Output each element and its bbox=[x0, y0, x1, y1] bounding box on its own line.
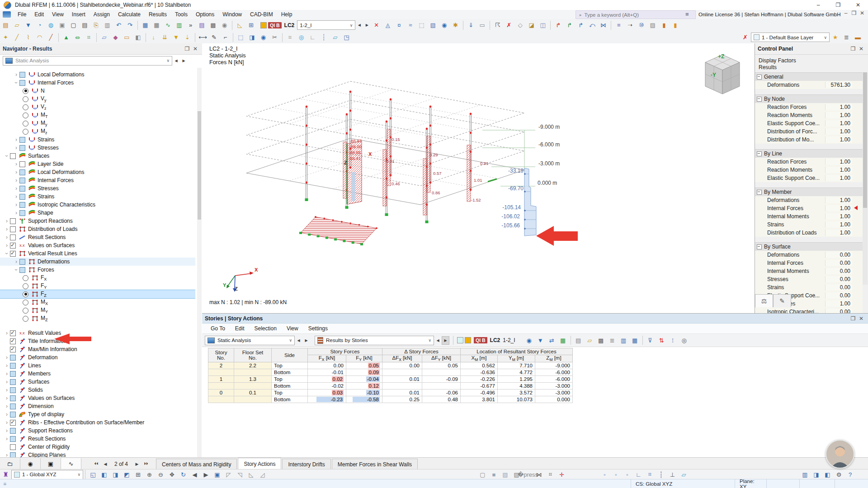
printout-report-button[interactable]: ▤ bbox=[198, 21, 206, 29]
zoom-in-button[interactable]: ⊕ bbox=[145, 470, 154, 479]
cell-story-no[interactable]: 2 bbox=[208, 362, 234, 369]
first-table-button[interactable]: ⏴⏴ bbox=[92, 461, 101, 466]
load-free-button[interactable]: ⇣ bbox=[183, 33, 192, 42]
cell-value[interactable]: -0.226 bbox=[461, 376, 498, 383]
column-button[interactable]: ▮ bbox=[671, 21, 679, 29]
tree-item-distribution-of-loads[interactable]: ›Distribution of Loads bbox=[0, 225, 195, 233]
snap-end-button[interactable]: ◦ bbox=[623, 470, 632, 479]
arc-tool-button[interactable]: ◠ bbox=[35, 33, 44, 42]
maximize-button[interactable]: ❐ bbox=[828, 0, 848, 10]
checkbox-support-reactions[interactable] bbox=[10, 218, 16, 224]
cell-floor-set-no[interactable] bbox=[234, 396, 272, 403]
expander-icon[interactable]: › bbox=[4, 436, 10, 442]
stories-menu-view[interactable]: View bbox=[282, 325, 303, 332]
tree-item-result-values[interactable]: ›x.xResult Values bbox=[0, 329, 195, 337]
menu-file[interactable]: File bbox=[14, 10, 30, 19]
section-box-button[interactable]: ◫ bbox=[538, 21, 547, 29]
cell-value[interactable]: -0.58 bbox=[346, 396, 382, 403]
cell-side[interactable]: Top bbox=[272, 389, 308, 396]
tree-item-mx[interactable]: MX bbox=[0, 298, 195, 306]
expander-icon[interactable]: › bbox=[13, 161, 19, 167]
cell-value[interactable]: 4.772 bbox=[498, 369, 535, 376]
project-icon[interactable] bbox=[3, 11, 11, 18]
collapse-icon[interactable] bbox=[757, 190, 762, 195]
filter-button[interactable]: ▼ bbox=[536, 336, 545, 345]
cell-floor-set-no[interactable]: 0.1 bbox=[234, 389, 272, 396]
filter-rows-button[interactable]: ⊽ bbox=[646, 336, 655, 345]
show-tables-button[interactable]: ▥ bbox=[175, 21, 184, 29]
expander-icon[interactable]: › bbox=[13, 169, 19, 175]
checkbox-result-values[interactable] bbox=[10, 330, 16, 336]
tree-item-layer-side[interactable]: ›Layer Side bbox=[0, 160, 195, 168]
solid-view2-button[interactable]: ■ bbox=[490, 470, 498, 479]
last-table-button[interactable]: ⏵⏵ bbox=[142, 461, 151, 466]
iso-4-button[interactable]: ◿ bbox=[258, 470, 267, 479]
radio-n[interactable] bbox=[23, 88, 28, 94]
cell-value[interactable] bbox=[382, 383, 422, 389]
message-button[interactable]: ▭ bbox=[478, 21, 486, 29]
display-button[interactable]: ▢ bbox=[69, 21, 78, 29]
tree-item-mt[interactable]: MT bbox=[0, 111, 195, 119]
tree-item-fx[interactable]: FX bbox=[0, 274, 195, 282]
iso-1-button[interactable]: ◸ bbox=[224, 470, 233, 479]
cell-value[interactable]: 0.00 bbox=[382, 362, 422, 369]
visibility-button[interactable]: ◉ bbox=[259, 33, 268, 42]
node-tool-button[interactable]: ✦ bbox=[1, 33, 10, 42]
cell-story-no[interactable]: 1 bbox=[208, 376, 234, 383]
load-node-button[interactable]: ↓ bbox=[149, 33, 158, 42]
tree-item-support-reactions[interactable]: ›Support Reactions bbox=[0, 427, 195, 435]
factor-value[interactable]: 1.00 bbox=[825, 104, 852, 110]
collapse-icon[interactable] bbox=[757, 244, 762, 249]
ortho-button[interactable]: ∟ bbox=[308, 33, 317, 42]
factor-value[interactable]: 1.00 bbox=[825, 221, 852, 228]
expander-icon[interactable]: › bbox=[13, 71, 19, 78]
cell-value[interactable]: 1.295 bbox=[498, 376, 535, 383]
layers-button[interactable]: ≡ bbox=[614, 21, 623, 29]
cell-floor-set-no[interactable]: 1.3 bbox=[234, 376, 272, 383]
model-viewport[interactable]: -9.000 m-6.000 m-3.000 m0.000 m-33.19-69… bbox=[202, 43, 755, 313]
result-diagram-button[interactable]: ∿ bbox=[164, 21, 172, 29]
tree-item-values-on-surfaces[interactable]: ›x.xValues on Surfaces bbox=[0, 241, 195, 249]
subcol-dfy[interactable]: ΔFY [kN] bbox=[422, 355, 461, 362]
menu-insert[interactable]: Insert bbox=[68, 10, 90, 19]
tree-item-mz[interactable]: MZ bbox=[0, 314, 195, 323]
factor-value[interactable]: 1.00 bbox=[825, 230, 852, 236]
cell-value[interactable]: -0.09 bbox=[422, 376, 461, 383]
cs-button[interactable]: ⊥ bbox=[668, 470, 677, 479]
checkbox-layer-side[interactable] bbox=[19, 161, 25, 167]
grid-button[interactable]: ⌗ bbox=[286, 33, 294, 42]
support-tool-button[interactable]: ▲ bbox=[62, 33, 71, 42]
transparent-button[interactable]: ▧ bbox=[501, 470, 509, 479]
load-surface-button[interactable]: ▼ bbox=[172, 33, 180, 42]
view-y-button[interactable]: ◨ bbox=[111, 470, 120, 479]
checkbox-result-sections[interactable] bbox=[10, 436, 16, 442]
select-special-button[interactable]: ◨ bbox=[248, 33, 256, 42]
mdi-minimize-button[interactable]: – bbox=[842, 10, 850, 16]
radio-fy[interactable] bbox=[23, 283, 28, 289]
mirror-button[interactable]: ⋈ bbox=[599, 21, 608, 29]
float-panel-icon[interactable]: ❐ bbox=[183, 46, 191, 52]
expander-icon[interactable]: › bbox=[4, 330, 10, 336]
walk-button[interactable]: ☈ bbox=[493, 21, 502, 29]
cell-story-no[interactable] bbox=[208, 396, 234, 403]
grid-toggle-button[interactable]: ⌗ bbox=[546, 470, 555, 479]
prev-analysis-button[interactable]: ◀ bbox=[172, 56, 180, 65]
delete-layer-button[interactable]: ✗ bbox=[741, 33, 750, 42]
smooth-button[interactable]: ≈ bbox=[406, 21, 415, 29]
add-table-button[interactable]: ⊞ bbox=[247, 21, 255, 29]
expander-icon[interactable]: › bbox=[13, 136, 19, 143]
expander-icon[interactable]: › bbox=[4, 411, 10, 418]
mdi-restore-button[interactable]: ❐ bbox=[850, 10, 858, 16]
cell-value[interactable]: 0.05 bbox=[346, 362, 382, 369]
expander-icon[interactable]: › bbox=[4, 403, 10, 409]
expander-icon[interactable]: › bbox=[13, 258, 19, 265]
radio-vy[interactable] bbox=[23, 96, 28, 102]
checkbox-local-deformations[interactable] bbox=[19, 169, 25, 175]
tree-item-stresses[interactable]: ›Stresses bbox=[0, 144, 195, 152]
snap-button[interactable]: ◎ bbox=[297, 33, 306, 42]
tree-item-forces[interactable]: ›Forces bbox=[0, 266, 195, 274]
factor-value[interactable]: 1.00 bbox=[825, 197, 852, 203]
tab-visibility-navigator[interactable]: ▣ bbox=[41, 458, 61, 469]
table-print-button[interactable]: ▩ bbox=[597, 336, 605, 345]
values-on-button[interactable]: ◉ bbox=[440, 21, 448, 29]
